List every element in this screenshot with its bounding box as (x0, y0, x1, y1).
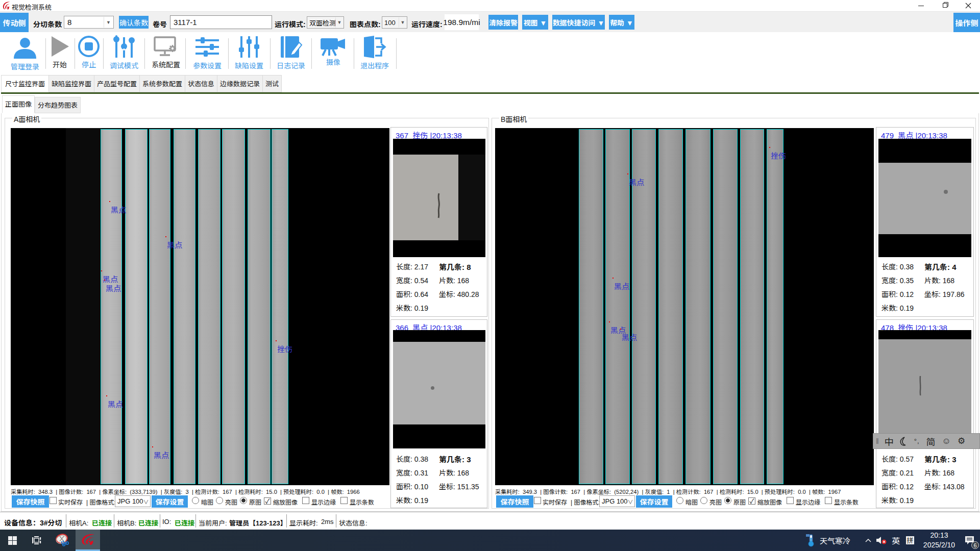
svg-text:拼: 拼 (906, 536, 913, 545)
